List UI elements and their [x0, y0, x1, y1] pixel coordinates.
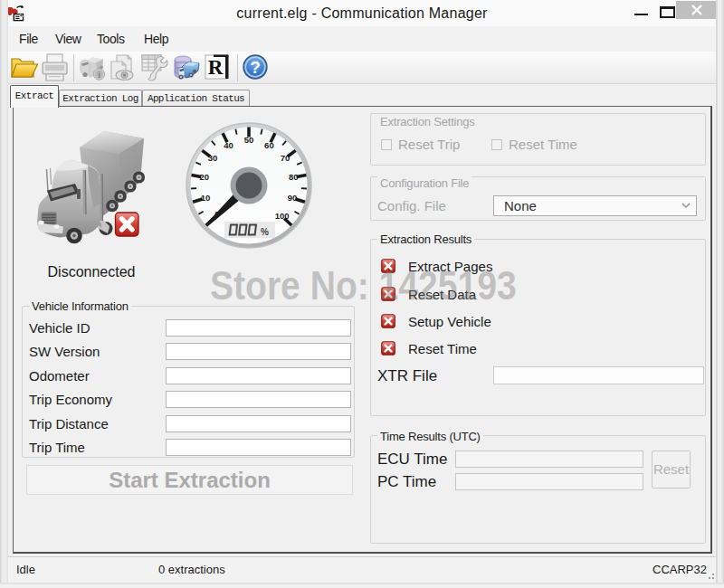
svg-text:50: 50 — [244, 135, 254, 145]
svg-text:%: % — [261, 227, 269, 237]
svg-text:0: 0 — [214, 209, 219, 219]
svg-text:30: 30 — [208, 153, 218, 163]
svg-text:70: 70 — [281, 153, 291, 163]
svg-text:R: R — [208, 56, 224, 79]
svg-text:100: 100 — [275, 211, 290, 221]
svg-text:i: i — [98, 71, 100, 80]
svg-text:60: 60 — [264, 140, 274, 150]
svg-text:?: ? — [250, 58, 261, 77]
svg-text:90: 90 — [288, 193, 298, 203]
svg-text:40: 40 — [224, 140, 233, 150]
svg-text:10: 10 — [201, 193, 211, 203]
svg-text:80: 80 — [289, 172, 299, 182]
svg-text:20: 20 — [200, 172, 210, 182]
